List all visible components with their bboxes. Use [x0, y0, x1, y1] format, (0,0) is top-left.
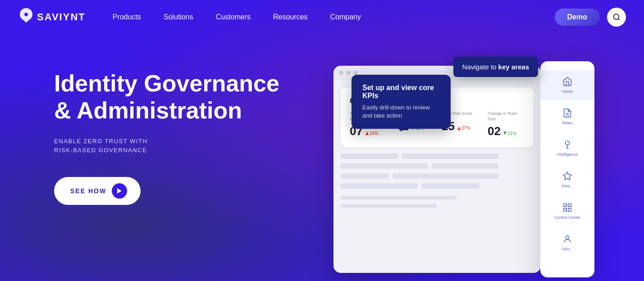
- svg-marker-5: [503, 131, 507, 135]
- nav-company[interactable]: Company: [330, 13, 361, 21]
- sidebar-nav-roles[interactable]: Roles: [540, 102, 594, 131]
- sidebar-nav-intelligence-label: Intelligence: [557, 152, 578, 157]
- nav-links: Products Solutions Customers Resources C…: [113, 13, 555, 21]
- sidebar-nav-design-label: Desi...: [562, 184, 573, 188]
- svg-marker-9: [563, 172, 571, 180]
- skeleton-block: [341, 196, 457, 199]
- search-button[interactable]: [607, 8, 626, 27]
- search-icon: [612, 13, 621, 21]
- subtitle-line1: ENABLE ZERO TRUST WITH: [54, 138, 147, 145]
- svg-marker-1: [117, 188, 122, 194]
- skeleton-block: [341, 163, 428, 169]
- skeleton-row-2: [341, 163, 534, 169]
- kpi-team-size-value: 02: [488, 124, 501, 138]
- sidebar-nav-admin-label: Adm...: [562, 247, 573, 251]
- sidebar-nav-intelligence[interactable]: Intelligence: [540, 133, 594, 163]
- play-icon: [112, 183, 127, 199]
- svg-point-0: [613, 14, 619, 19]
- kpi-team-size: Change in Team Size 02 21%: [488, 111, 525, 138]
- hero-subtitle: ENABLE ZERO TRUST WITH RISK-BASED GOVERN…: [54, 137, 288, 156]
- design-icon: [562, 171, 572, 181]
- admin-icon: [562, 234, 572, 244]
- control-icon: [562, 203, 572, 213]
- svg-marker-2: [365, 131, 369, 135]
- kpi-tooltip-title: Set up and view core KPIs: [362, 84, 440, 100]
- skeleton-row-6: [341, 204, 534, 208]
- kpi-tooltip-subtitle: Easily drill-down to review and take act…: [362, 104, 440, 120]
- svg-marker-4: [457, 127, 461, 130]
- sidebar-nav-roles-label: Roles: [562, 121, 572, 125]
- logo-text: SAVIYNT: [37, 11, 86, 23]
- svg-point-8: [565, 141, 569, 145]
- see-how-label: SEE HOW: [70, 187, 106, 195]
- intelligence-icon: [562, 140, 572, 150]
- navigate-highlight: key areas: [498, 63, 529, 71]
- kpi-team-size-value-row: 02 21%: [488, 124, 525, 138]
- kpi-team-size-label: Change in Team Size: [488, 111, 525, 122]
- sidebar-nav-design[interactable]: Desi...: [540, 165, 594, 195]
- skeleton-row-3: [341, 173, 534, 179]
- dot-2: [346, 71, 351, 75]
- skeleton-block: [421, 183, 479, 189]
- skeleton-block: [341, 204, 437, 208]
- demo-button[interactable]: Demo: [555, 9, 600, 26]
- hero-visual: Navigate to key areas Overview Total Vio…: [306, 52, 590, 281]
- kpi-violation-change: 34%: [365, 131, 379, 136]
- hero-title: Identity Governance & Administration: [54, 70, 288, 124]
- sidebar-nav-control[interactable]: Control Center: [540, 196, 594, 226]
- skeleton-block: [341, 154, 398, 159]
- navigate-tooltip: Navigate to key areas: [453, 57, 538, 77]
- skeleton-block: [402, 154, 498, 159]
- svg-rect-12: [564, 208, 566, 211]
- sidebar-nav-home[interactable]: Home: [540, 70, 594, 100]
- skeleton-rows: [341, 154, 534, 208]
- logo[interactable]: SAVIYNT: [18, 7, 86, 27]
- skeleton-row-1: [341, 154, 534, 159]
- hero-content: Identity Governance & Administration ENA…: [54, 52, 288, 205]
- nav-resources[interactable]: Resources: [273, 13, 307, 21]
- saviynt-logo-icon: [18, 7, 34, 27]
- skeleton-block: [341, 173, 389, 179]
- navigate-prefix: Navigate to: [462, 63, 498, 71]
- hero-section: Identity Governance & Administration ENA…: [0, 34, 644, 281]
- skeleton-block: [341, 183, 418, 189]
- home-icon: [562, 77, 572, 86]
- sidebar-nav-admin[interactable]: Adm...: [540, 228, 594, 258]
- sidebar-nav-home-label: Home: [562, 89, 573, 94]
- sidebar-nav-control-label: Control Center: [554, 215, 581, 220]
- nav-products[interactable]: Products: [113, 13, 141, 21]
- svg-rect-11: [568, 204, 571, 207]
- skeleton-block: [431, 163, 499, 169]
- see-how-button[interactable]: SEE HOW: [54, 177, 141, 205]
- nav-right: Demo: [555, 8, 626, 27]
- nav-solutions[interactable]: Solutions: [164, 13, 193, 21]
- sidebar-panel: Home Roles Intelligence De: [540, 61, 594, 277]
- subtitle-line2: RISK-BASED GOVERNANCE: [54, 147, 147, 154]
- kpi-risk-change: 07%: [457, 126, 470, 131]
- nav-customers[interactable]: Customers: [216, 13, 251, 21]
- kpi-tooltip: Set up and view core KPIs Easily drill-d…: [352, 75, 451, 129]
- skeleton-row-5: [341, 196, 534, 199]
- dot-1: [339, 71, 343, 75]
- svg-point-14: [566, 236, 569, 239]
- skeleton-block: [393, 173, 498, 179]
- svg-rect-13: [568, 208, 571, 211]
- skeleton-row-4: [341, 183, 534, 189]
- kpi-team-size-change: 21%: [503, 131, 516, 136]
- navbar: SAVIYNT Products Solutions Customers Res…: [0, 0, 644, 34]
- svg-rect-10: [564, 204, 566, 207]
- roles-icon: [562, 108, 572, 118]
